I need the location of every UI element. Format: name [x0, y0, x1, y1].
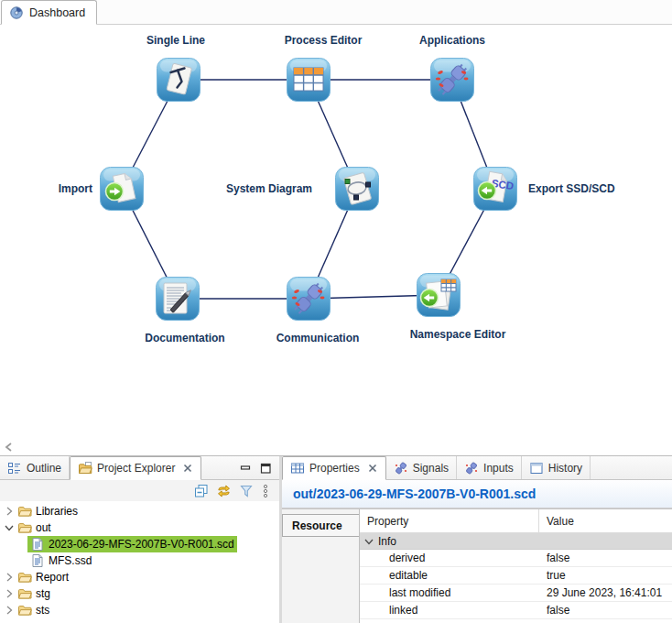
dashboard-node-communication[interactable]: Communication — [287, 277, 331, 321]
link-with-editor-icon[interactable] — [216, 484, 232, 498]
property-row-linked[interactable]: linkedfalse — [360, 602, 672, 619]
properties-panel: Properties Signals Inputs History out/20… — [282, 456, 672, 623]
tab-dashboard[interactable]: Dashboard — [1, 0, 97, 25]
folder-icon — [17, 520, 32, 535]
close-icon[interactable] — [367, 463, 378, 474]
tree-selection: 2023-06-29-MFS-2007B-V0-R001.scd — [27, 536, 237, 552]
tree-item-libraries[interactable]: Libraries — [0, 503, 279, 519]
property-value[interactable]: true — [539, 569, 566, 582]
property-value[interactable]: false — [539, 604, 569, 617]
properties-body: Resource Property Value Infoderivedfalse… — [282, 508, 672, 623]
outline-icon — [7, 461, 22, 475]
tree-item-report[interactable]: Report — [0, 569, 279, 585]
collapse-all-icon[interactable] — [194, 484, 209, 498]
property-value[interactable]: false — [539, 552, 569, 564]
column-header-property[interactable]: Property — [360, 509, 539, 532]
properties-table-header: Property Value — [360, 509, 672, 533]
project-explorer-toolbar — [0, 480, 279, 501]
dashboard-node-import[interactable]: Import — [100, 167, 144, 211]
view-menu-icon[interactable] — [261, 484, 270, 498]
dashboard-node-label-system-diagram: System Diagram — [226, 181, 312, 196]
left-tab-label: Outline — [27, 462, 61, 475]
properties-title: out/2023-06-29-MFS-2007B-V0-R001.scd — [282, 480, 672, 508]
right-tabbar: Properties Signals Inputs History — [282, 456, 672, 480]
tree-item-label: sts — [36, 604, 49, 617]
export-ssd-scd-icon: SCD — [473, 167, 517, 211]
tree-item-out[interactable]: out — [0, 519, 279, 536]
editor-tabbar: Dashboard — [0, 0, 672, 25]
folder-icon — [17, 603, 32, 618]
tree-item-2023-06-29-mfs-2007b-v0-r001-scd[interactable]: 2023-06-29-MFS-2007B-V0-R001.scd — [0, 536, 279, 552]
dashboard-node-label-export-ssd-scd: Export SSD/SCD — [528, 181, 615, 196]
inputs-icon — [464, 461, 479, 475]
dashboard-node-export-ssd-scd[interactable]: SCD Export SSD/SCD — [473, 167, 517, 211]
chevron-down-icon[interactable] — [4, 522, 15, 533]
bottom-panels: Outline Project Explorer Libraries out — [0, 456, 672, 623]
dashboard-node-single-line[interactable]: Single Line — [157, 58, 201, 102]
dashboard-node-label-import: Import — [59, 181, 92, 196]
dashboard-node-process-editor[interactable]: Process Editor — [287, 58, 331, 102]
left-tab-outline[interactable]: Outline — [0, 456, 70, 479]
import-icon — [100, 167, 144, 211]
signals-icon — [394, 461, 408, 475]
dashboard-edges — [0, 25, 672, 456]
properties-icon — [290, 461, 305, 475]
close-icon[interactable] — [182, 463, 193, 474]
project-explorer-tree: Libraries out 2023-06-29-MFS-2007B-V0-R0… — [0, 501, 279, 623]
project-explorer-icon — [78, 461, 92, 475]
tree-item-mfs-ssd[interactable]: MFS.ssd — [0, 552, 279, 569]
tree-item-sts[interactable]: sts — [0, 602, 279, 618]
window-buttons — [232, 456, 279, 479]
scroll-left-icon[interactable] — [3, 442, 16, 453]
column-header-value[interactable]: Value — [539, 509, 574, 532]
file-icon — [30, 537, 45, 552]
right-tab-label: History — [548, 462, 582, 475]
property-row-derived[interactable]: derivedfalse — [360, 550, 672, 567]
chevron-right-icon[interactable] — [4, 506, 15, 517]
right-tab-history[interactable]: History — [522, 456, 591, 479]
property-row-editable[interactable]: editabletrue — [360, 567, 672, 585]
editor-area: Dashboard Single Line Process Editor App… — [0, 0, 672, 456]
single-line-icon — [157, 58, 201, 102]
chevron-down-icon[interactable] — [363, 536, 374, 547]
property-row-last-modified[interactable]: last modified29 June 2023, 16:41:01 — [360, 585, 672, 602]
property-section-info[interactable]: Info — [360, 533, 672, 550]
left-tab-label: Project Explorer — [97, 462, 175, 475]
chevron-right-icon[interactable] — [4, 572, 15, 583]
dashboard-node-label-namespace-editor: Namespace Editor — [410, 327, 506, 342]
namespace-editor-icon — [417, 273, 461, 317]
dashboard-node-system-diagram[interactable]: System Diagram — [335, 167, 379, 211]
property-name: editable — [360, 569, 539, 582]
tree-item-content: Libraries — [15, 503, 81, 519]
dashboard-node-namespace-editor[interactable]: Namespace Editor — [417, 273, 461, 317]
tree-item-label: Report — [36, 571, 69, 584]
right-tab-inputs[interactable]: Inputs — [457, 456, 522, 479]
minimize-icon[interactable] — [239, 462, 252, 475]
chevron-right-icon[interactable] — [4, 605, 15, 616]
right-tab-properties[interactable]: Properties — [282, 456, 386, 480]
dashboard-node-documentation[interactable]: Documentation — [156, 277, 200, 321]
tree-item-stg[interactable]: stg — [0, 585, 279, 602]
tab-dashboard-label: Dashboard — [29, 6, 85, 19]
dashboard-node-applications[interactable]: Applications — [430, 58, 474, 102]
documentation-icon — [156, 277, 200, 321]
tree-item-label: Libraries — [36, 505, 78, 518]
side-tab-resource[interactable]: Resource — [282, 514, 359, 537]
left-tab-project-explorer[interactable]: Project Explorer — [70, 456, 201, 480]
file-icon — [30, 553, 45, 568]
property-name: last modified — [360, 586, 539, 599]
dashboard-node-label-process-editor: Process Editor — [285, 33, 363, 48]
tree-item-label: 2023-06-29-MFS-2007B-V0-R001.scd — [49, 538, 234, 551]
property-value[interactable]: 29 June 2023, 16:41:01 — [539, 586, 662, 599]
chevron-right-icon[interactable] — [4, 588, 15, 599]
maximize-icon[interactable] — [259, 462, 272, 475]
tree-item-content: Report — [15, 569, 71, 585]
filter-icon[interactable] — [239, 484, 254, 498]
left-tabbar: Outline Project Explorer — [0, 456, 279, 480]
properties-side-tabs: Resource — [282, 508, 360, 623]
properties-table: Property Value Infoderivedfalseeditablet… — [360, 508, 672, 623]
tree-item-label: out — [36, 521, 51, 534]
right-tab-signals[interactable]: Signals — [386, 456, 457, 479]
applications-icon — [430, 58, 474, 102]
tree-item-label: MFS.ssd — [49, 554, 92, 567]
